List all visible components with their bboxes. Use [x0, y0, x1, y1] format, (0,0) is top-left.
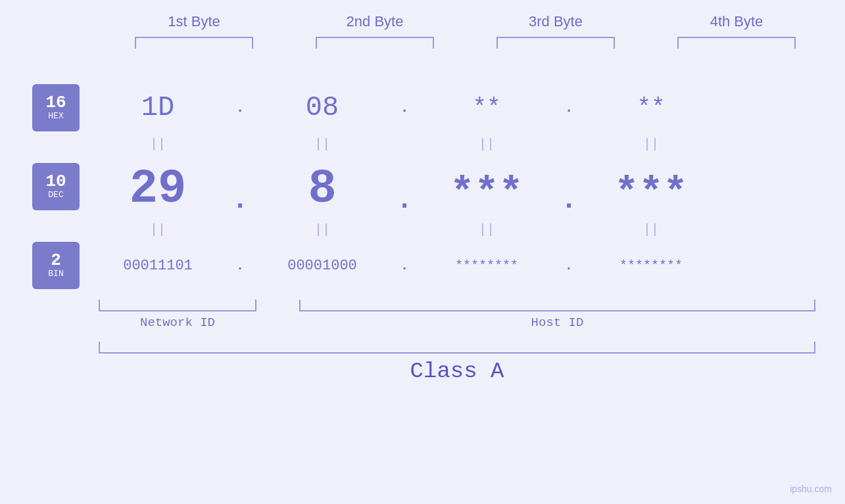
layout-wrapper: 16 HEX 10 DEC 2 BIN [0, 68, 845, 384]
dot-dec-1: . [224, 185, 256, 216]
eq-1: || [92, 137, 224, 152]
bin-b4: ******** [585, 258, 717, 273]
dot-hex-3: . [552, 100, 585, 116]
top-brackets [104, 37, 827, 49]
dec-b4: *** [585, 170, 717, 216]
badge-bin-spacer: 2 BIN [20, 239, 92, 292]
full-bracket [99, 342, 815, 354]
watermark: ipshu.com [790, 484, 832, 494]
badge-hex: 16 HEX [32, 84, 80, 131]
dot-hex-2: . [388, 100, 421, 116]
bracket-2 [316, 37, 434, 49]
byte-label-3: 3rd Byte [490, 13, 621, 30]
badge-dec-label: DEC [48, 190, 63, 200]
badge-hex-label: HEX [48, 111, 63, 122]
hex-b2: 08 [256, 92, 388, 124]
bin-b1: 00011101 [92, 258, 224, 274]
dot-dec-3: . [552, 185, 585, 216]
bracket-1 [135, 37, 253, 49]
badge-hex-spacer: 16 HEX [20, 81, 92, 134]
badge-dec-spacer: 10 DEC [20, 154, 92, 219]
eq-row-1: || || || || [92, 134, 845, 154]
badge-dec-number: 10 [45, 173, 66, 190]
bottom-section: Network ID Host ID Class A [92, 300, 815, 384]
host-id-label: Host ID [299, 315, 815, 330]
eq-6: || [256, 222, 388, 237]
dec-row: 29 . 8 . *** . *** [92, 154, 845, 219]
network-bracket [99, 300, 256, 311]
dot-dec-2: . [388, 185, 421, 216]
eq-row-2: || || || || [92, 219, 845, 239]
bin-b3: ******** [421, 258, 552, 273]
eq-2: || [256, 137, 388, 152]
hex-b3: ** [421, 95, 552, 122]
hex-b4: ** [585, 95, 717, 122]
byte-label-4: 4th Byte [671, 13, 802, 30]
badge-bin-label: BIN [48, 269, 63, 279]
eq-3: || [421, 137, 552, 152]
hex-b1: 1D [92, 92, 224, 124]
dec-b1: 29 [92, 162, 224, 216]
dec-b2: 8 [256, 162, 388, 216]
eq-8: || [585, 222, 717, 237]
byte-label-2: 2nd Byte [309, 13, 441, 30]
network-id-label: Network ID [99, 315, 256, 330]
eq-spacer-2 [20, 219, 92, 239]
eq-5: || [92, 222, 224, 237]
eq-4: || [585, 137, 717, 152]
bin-b2: 00001000 [256, 258, 388, 274]
dot-hex-1: . [224, 100, 256, 116]
badge-bin: 2 BIN [32, 242, 80, 289]
host-bracket [299, 300, 815, 311]
dot-bin-2: . [388, 258, 421, 273]
eq-spacer-1 [20, 134, 92, 154]
byte-label-1: 1st Byte [128, 13, 260, 30]
main-container: 1st Byte 2nd Byte 3rd Byte 4th Byte 16 H… [0, 0, 845, 504]
bracket-4 [677, 37, 796, 49]
hex-row: 1D . 08 . ** . ** [92, 81, 845, 134]
data-column: 1D . 08 . ** . ** || || || || 29 [92, 68, 845, 384]
class-label: Class A [99, 359, 815, 384]
bin-row: 00011101 . 00001000 . ******** . *******… [92, 239, 845, 292]
bottom-labels: Network ID Host ID [92, 315, 815, 330]
dot-bin-1: . [224, 258, 256, 273]
badges-column: 16 HEX 10 DEC 2 BIN [0, 68, 92, 384]
dot-bin-3: . [552, 258, 585, 273]
bottom-brackets [92, 300, 815, 311]
badge-bin-number: 2 [51, 252, 61, 269]
badge-hex-number: 16 [45, 94, 66, 111]
header-row: 1st Byte 2nd Byte 3rd Byte 4th Byte [104, 13, 827, 30]
badge-dec: 10 DEC [32, 163, 80, 210]
bracket-3 [496, 37, 615, 49]
eq-7: || [421, 222, 552, 237]
dec-b3: *** [421, 170, 552, 216]
